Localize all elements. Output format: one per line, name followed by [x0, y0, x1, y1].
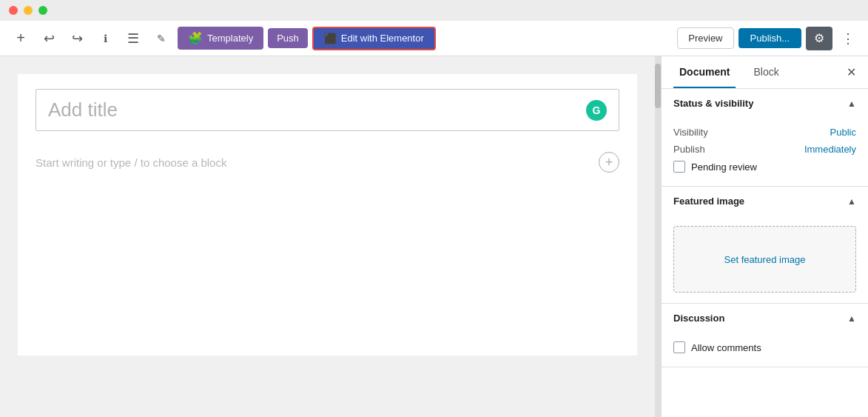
allow-comments-checkbox[interactable]: [673, 341, 685, 353]
visibility-label: Visibility: [673, 127, 708, 138]
set-featured-image-button[interactable]: Set featured image: [673, 226, 856, 293]
redo-icon: ↪: [72, 30, 83, 47]
pending-review-label: Pending review: [691, 161, 757, 173]
featured-image-content: Set featured image: [662, 216, 868, 303]
set-featured-image-label: Set featured image: [710, 239, 821, 280]
publish-value[interactable]: Immediately: [804, 144, 856, 155]
status-visibility-header[interactable]: Status & visibility ▲: [662, 89, 868, 118]
pending-review-row: Pending review: [673, 158, 856, 176]
push-button[interactable]: Push: [268, 28, 308, 48]
title-bar: [0, 0, 868, 21]
discussion-section: Discussion ▲ Allow comments: [662, 304, 868, 367]
publish-label: Publish: [673, 144, 705, 155]
preview-button[interactable]: Preview: [677, 27, 733, 49]
settings-button[interactable]: ⚙: [806, 27, 832, 50]
editor-area[interactable]: Add title G Start writing or type / to c…: [0, 56, 655, 417]
close-icon: ✕: [847, 66, 856, 79]
grammarly-icon: G: [586, 100, 607, 121]
add-block-toolbar-button[interactable]: +: [9, 27, 33, 50]
undo-icon: ↩: [44, 30, 55, 47]
list-view-button[interactable]: ☰: [121, 27, 145, 50]
editor-scrollbar[interactable]: [655, 56, 661, 417]
chevron-up-icon: ▲: [847, 99, 856, 109]
more-icon: ⋮: [841, 31, 855, 46]
elementor-icon: ⬛: [324, 33, 337, 44]
visibility-row: Visibility Public: [673, 124, 856, 141]
info-icon: ℹ: [104, 33, 107, 44]
more-options-button[interactable]: ⋮: [837, 27, 859, 50]
content-area[interactable]: Start writing or type / to choose a bloc…: [36, 143, 619, 181]
discussion-title: Discussion: [673, 313, 724, 324]
gear-icon: ⚙: [814, 31, 824, 45]
publish-row: Publish Immediately: [673, 141, 856, 158]
status-visibility-section: Status & visibility ▲ Visibility Public …: [662, 89, 868, 187]
tab-block[interactable]: Block: [747, 57, 784, 88]
sidebar-header: Document Block ✕: [662, 56, 868, 89]
plus-icon: +: [16, 30, 25, 47]
featured-image-title: Featured image: [673, 196, 744, 207]
add-block-inline-button[interactable]: +: [599, 152, 619, 173]
allow-comments-label: Allow comments: [691, 342, 761, 353]
publish-button[interactable]: Publish...: [739, 28, 801, 48]
scrollbar-thumb[interactable]: [655, 64, 661, 108]
sidebar: Document Block ✕ Status & visibility ▲ V…: [661, 56, 868, 417]
visibility-value[interactable]: Public: [830, 127, 856, 138]
toolbar: + ↩ ↪ ℹ ☰ ✎ 🧩 Templately Push ⬛ Edit wit…: [0, 21, 868, 56]
status-visibility-title: Status & visibility: [673, 98, 753, 109]
templately-icon: 🧩: [188, 31, 203, 45]
main-layout: Add title G Start writing or type / to c…: [0, 56, 868, 417]
minimize-button[interactable]: [24, 6, 33, 15]
allow-comments-row: Allow comments: [673, 338, 856, 356]
pending-review-checkbox[interactable]: [673, 161, 685, 173]
editor-canvas: Add title G Start writing or type / to c…: [18, 74, 637, 356]
title-input-wrapper[interactable]: Add title G: [36, 89, 619, 131]
title-placeholder: Add title: [48, 99, 118, 121]
close-button[interactable]: [9, 6, 18, 15]
edit-with-elementor-button[interactable]: ⬛ Edit with Elementor: [312, 27, 436, 50]
discussion-content: Allow comments: [662, 333, 868, 367]
edit-button[interactable]: ✎: [149, 27, 173, 50]
list-icon: ☰: [127, 30, 139, 47]
status-visibility-content: Visibility Public Publish Immediately Pe…: [662, 118, 868, 186]
add-block-icon: +: [605, 155, 613, 170]
chevron-up-icon-featured: ▲: [847, 196, 856, 207]
sidebar-close-button[interactable]: ✕: [847, 65, 856, 79]
featured-image-header[interactable]: Featured image ▲: [662, 187, 868, 216]
content-placeholder: Start writing or type / to choose a bloc…: [36, 156, 587, 169]
templately-button[interactable]: 🧩 Templately: [178, 27, 263, 50]
maximize-button[interactable]: [38, 6, 47, 15]
info-button[interactable]: ℹ: [93, 27, 117, 50]
chevron-up-icon-discussion: ▲: [847, 313, 856, 324]
undo-button[interactable]: ↩: [37, 27, 61, 50]
tab-document[interactable]: Document: [673, 57, 736, 88]
featured-image-section: Featured image ▲ Set featured image: [662, 187, 868, 304]
edit-icon: ✎: [157, 33, 166, 44]
discussion-header[interactable]: Discussion ▲: [662, 304, 868, 333]
redo-button[interactable]: ↪: [65, 27, 89, 50]
